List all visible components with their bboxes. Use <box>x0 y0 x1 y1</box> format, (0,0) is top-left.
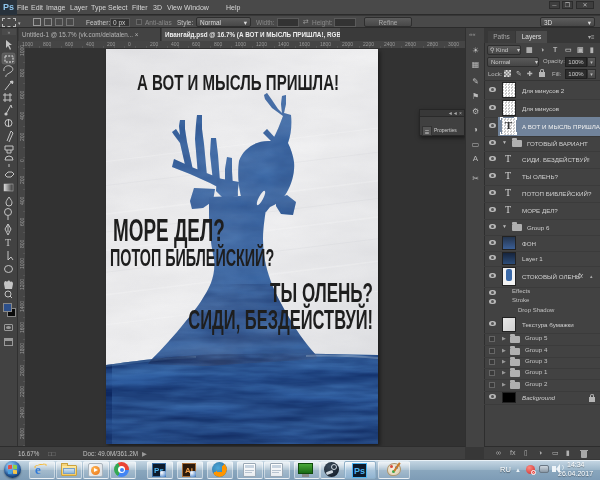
svg-text:T: T <box>5 237 11 248</box>
svg-text:СИДИ, БЕЗДЕЙСТВУЙ!: СИДИ, БЕЗДЕЙСТВУЙ! <box>188 304 373 336</box>
svg-text:ПОТОП БИБЛЕЙСКИЙ?: ПОТОП БИБЛЕЙСКИЙ? <box>110 243 274 271</box>
svg-text:МОРЕ ДЕЛ?: МОРЕ ДЕЛ? <box>113 213 225 247</box>
svg-text:А ВОТ И МЫСЛЬ ПРИШЛА!: А ВОТ И МЫСЛЬ ПРИШЛА! <box>137 70 339 94</box>
